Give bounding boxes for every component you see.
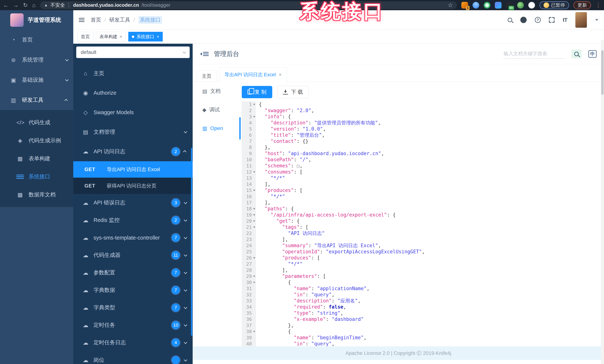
- address-bar[interactable]: ▲ 不安全 │ dashboard.yudao.iocoder.cn /tool…: [40, 1, 457, 9]
- api-group-sys-sms-template-controller[interactable]: ☁sys-sms-template-controller7: [73, 229, 193, 246]
- user-menu-caret-icon[interactable]: [595, 19, 598, 21]
- close-icon[interactable]: ×: [279, 72, 282, 77]
- extension-icon-dark[interactable]: 6h: [506, 2, 513, 9]
- page-scrollbar-thumb[interactable]: [601, 50, 604, 95]
- fold-caret-icon[interactable]: [253, 190, 255, 191]
- api-operation-获得API 访问日志分页[interactable]: GET获得API 访问日志分页: [73, 178, 193, 194]
- code-line: 40 "in": "query",: [242, 341, 597, 346]
- sidebar-subitem-label: 表单构建: [29, 155, 68, 162]
- line-number: 15: [242, 187, 256, 193]
- line-number: 10: [242, 157, 256, 163]
- browser-home-icon[interactable]: ⌂: [32, 2, 36, 8]
- api-group-定时任务日志[interactable]: ☁定时任务日志4: [73, 334, 193, 351]
- doc-search-input[interactable]: [503, 49, 565, 59]
- chevron-down-icon: [184, 288, 187, 291]
- browser-reload-icon[interactable]: ↻: [23, 2, 28, 8]
- close-icon[interactable]: ×: [157, 34, 159, 39]
- api-group-字典类型[interactable]: ☁字典类型7: [73, 299, 193, 316]
- extension-icon-green[interactable]: [517, 2, 524, 9]
- api-sidebar-scrollbar[interactable]: [191, 148, 192, 336]
- code-text: "version": "1.0.0",: [256, 126, 326, 132]
- sidebar-item-首页[interactable]: ◔首页: [0, 30, 73, 50]
- doc-tab-导出API 访问日志 Excel[interactable]: 导出API 访问日志 Excel×: [219, 67, 287, 82]
- fold-caret-icon[interactable]: [253, 104, 255, 105]
- fold-caret-icon[interactable]: [253, 282, 255, 283]
- api-group-API 错误日志[interactable]: ☁API 错误日志3: [73, 194, 193, 212]
- sidebar-subitem-系统接口[interactable]: 系统接口: [0, 168, 73, 186]
- code-line: 13 "*/*": [242, 175, 597, 181]
- api-group-参数配置[interactable]: ☁参数配置7: [73, 264, 193, 281]
- browser-update-button[interactable]: 更新: [574, 1, 591, 9]
- api-nav-Authorize[interactable]: ◉Authorize: [73, 83, 193, 103]
- font-size-icon[interactable]: tT: [563, 17, 567, 23]
- api-operation-导出API 访问日志 Excel[interactable]: GET导出API 访问日志 Excel: [73, 161, 193, 178]
- code-text: "*/*": [256, 261, 302, 267]
- fold-caret-icon[interactable]: [253, 214, 255, 216]
- extension-icon-white-star[interactable]: [528, 2, 535, 9]
- fold-caret-icon[interactable]: [253, 171, 255, 173]
- line-number: 33: [242, 298, 256, 304]
- doc-tab-主页[interactable]: 主页: [196, 71, 217, 82]
- breadcrumb-devtools[interactable]: 研发工具: [109, 16, 130, 24]
- side-tab-文档[interactable]: ▤文档: [193, 82, 232, 100]
- tag-系统接口[interactable]: 系统接口×: [128, 32, 163, 41]
- api-nav-主页[interactable]: ⌂主页: [73, 64, 193, 83]
- extension-icon-grid[interactable]: [495, 2, 502, 9]
- doc-search-button[interactable]: [571, 50, 582, 58]
- fold-caret-icon[interactable]: [253, 257, 255, 259]
- browser-toolbar: ← → ↻ ⌂ ▲ 不安全 │ dashboard.yudao.iocoder.…: [0, 0, 604, 10]
- fold-caret-icon[interactable]: [253, 331, 255, 332]
- user-avatar[interactable]: [575, 12, 587, 28]
- browser-forward-icon[interactable]: →: [13, 2, 19, 8]
- api-group-代码生成器[interactable]: ☁代码生成器11: [73, 246, 193, 264]
- language-icon[interactable]: 中: [588, 50, 597, 58]
- page-scrollbar[interactable]: [601, 40, 604, 364]
- api-group-select[interactable]: default: [76, 47, 190, 58]
- side-tab-调试[interactable]: ◆调试: [193, 100, 232, 119]
- extension-icon-green-circle[interactable]: [484, 2, 490, 9]
- api-group-定时任务[interactable]: ☁定时任务10: [73, 316, 193, 334]
- tag-表单构建[interactable]: 表单构建×: [96, 32, 126, 41]
- sidebar-subitem-数据库文档[interactable]: ▩数据库文档: [0, 186, 73, 204]
- logo-avatar: [10, 13, 24, 27]
- extension-icon-blue[interactable]: [473, 2, 479, 9]
- breadcrumb-home[interactable]: 首页: [91, 16, 101, 24]
- api-nav-文档管理[interactable]: ▤文档管理: [73, 122, 193, 142]
- swagger-json-editor[interactable]: 1{2 "swagger": "2.0",3 "info": {4 "descr…: [242, 101, 597, 346]
- app-logo[interactable]: 芋道管理系统: [0, 10, 73, 30]
- fold-caret-icon[interactable]: [253, 220, 255, 222]
- sidebar-item-基础设施[interactable]: ▣基础设施: [0, 70, 73, 90]
- api-nav-Swagger Models[interactable]: ◇Swagger Models: [73, 103, 193, 122]
- sidebar-subitem-表单构建[interactable]: ▦表单构建: [0, 150, 73, 168]
- browser-menu-icon[interactable]: ⋮: [595, 2, 601, 8]
- fold-caret-icon[interactable]: [253, 208, 255, 210]
- not-secure-warning-icon: ▲: [44, 3, 48, 7]
- sidebar-item-系统管理[interactable]: ⊛系统管理: [0, 50, 73, 70]
- browser-back-icon[interactable]: ←: [3, 2, 9, 8]
- api-group-字典数据[interactable]: ☁字典数据7: [73, 281, 193, 299]
- api-group-Redis 监控[interactable]: ☁Redis 监控2: [73, 212, 193, 229]
- api-group-岗位[interactable]: ☁岗位: [73, 351, 193, 364]
- fold-caret-icon[interactable]: [253, 226, 255, 228]
- tag-首页[interactable]: 首页: [77, 32, 93, 41]
- api-nav-API 访问日志[interactable]: ☁API 访问日志2: [73, 142, 193, 161]
- close-icon[interactable]: ×: [120, 34, 122, 39]
- sidebar-collapse-icon[interactable]: [200, 52, 209, 56]
- github-icon[interactable]: [520, 17, 527, 23]
- fullscreen-icon[interactable]: [549, 17, 554, 23]
- help-icon[interactable]: ?: [535, 17, 541, 23]
- bookmark-star-icon[interactable]: ☆: [448, 2, 453, 8]
- sidebar-subitem-代码生成[interactable]: </>代码生成: [0, 113, 73, 131]
- download-button[interactable]: 下 载: [277, 86, 309, 98]
- fold-caret-icon[interactable]: [253, 276, 255, 277]
- hamburger-icon[interactable]: [79, 18, 84, 22]
- code-text: "in": "query",: [256, 292, 335, 298]
- fold-caret-icon[interactable]: [253, 116, 255, 118]
- sidebar-subitem-代码生成示例[interactable]: ◈代码生成示例: [0, 131, 73, 150]
- copy-button[interactable]: 复 制: [242, 86, 272, 98]
- extension-icon-orange[interactable]: 1: [461, 2, 468, 9]
- profile-paused-button[interactable]: 已暂停: [540, 1, 569, 9]
- sidebar-item-研发工具[interactable]: ▥研发工具: [0, 90, 73, 110]
- header-search-icon[interactable]: [508, 18, 512, 22]
- side-tab-Open[interactable]: ▥Open: [193, 119, 232, 138]
